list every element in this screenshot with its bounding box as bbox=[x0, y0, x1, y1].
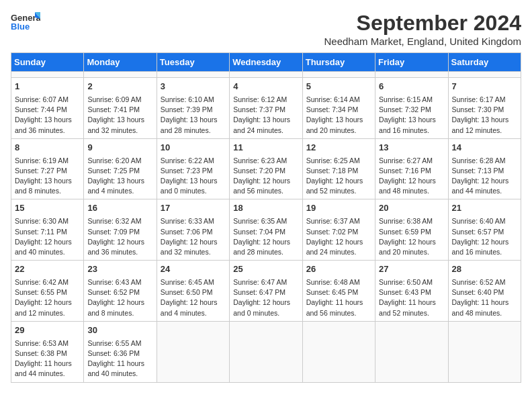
day-number: 28 bbox=[452, 263, 517, 276]
calendar-cell: 29Sunrise: 6:53 AMSunset: 6:38 PMDayligh… bbox=[11, 321, 84, 382]
title-block: September 2024 Needham Market, England, … bbox=[324, 11, 522, 47]
calendar-header: SundayMondayTuesdayWednesdayThursdayFrid… bbox=[11, 53, 521, 72]
daylight-text: Daylight: 12 hours and 48 minutes. bbox=[379, 177, 436, 195]
sunset-text: Sunset: 7:18 PM bbox=[306, 167, 359, 175]
calendar-cell: 2Sunrise: 6:09 AMSunset: 7:41 PMDaylight… bbox=[84, 78, 157, 139]
day-number: 3 bbox=[161, 81, 226, 93]
sunset-text: Sunset: 6:52 PM bbox=[87, 288, 140, 296]
calendar-cell bbox=[230, 321, 302, 382]
day-number: 7 bbox=[452, 81, 517, 93]
calendar-cell: 19Sunrise: 6:37 AMSunset: 7:02 PMDayligh… bbox=[302, 199, 375, 261]
calendar-cell: 12Sunrise: 6:25 AMSunset: 7:18 PMDayligh… bbox=[302, 138, 375, 199]
calendar-cell: 15Sunrise: 6:30 AMSunset: 7:11 PMDayligh… bbox=[11, 199, 84, 261]
sunrise-text: Sunrise: 6:40 AM bbox=[452, 217, 506, 225]
daylight-text: Daylight: 13 hours and 8 minutes. bbox=[15, 177, 72, 195]
page-subtitle: Needham Market, England, United Kingdom bbox=[324, 36, 522, 47]
daylight-text: Daylight: 13 hours and 28 minutes. bbox=[161, 116, 218, 134]
daylight-text: Daylight: 12 hours and 24 minutes. bbox=[306, 238, 363, 256]
sunrise-text: Sunrise: 6:33 AM bbox=[161, 217, 214, 225]
sunrise-text: Sunrise: 6:55 AM bbox=[87, 339, 141, 347]
calendar-cell: 18Sunrise: 6:35 AMSunset: 7:04 PMDayligh… bbox=[230, 199, 302, 261]
sunrise-text: Sunrise: 6:20 AM bbox=[87, 156, 141, 165]
weekday-header: Saturday bbox=[448, 53, 521, 72]
day-number: 9 bbox=[87, 142, 152, 154]
day-number: 5 bbox=[306, 81, 371, 93]
calendar-cell: 11Sunrise: 6:23 AMSunset: 7:20 PMDayligh… bbox=[230, 138, 302, 199]
sunrise-text: Sunrise: 6:15 AM bbox=[379, 95, 433, 103]
daylight-text: Daylight: 13 hours and 16 minutes. bbox=[379, 116, 436, 134]
sunset-text: Sunset: 7:02 PM bbox=[306, 228, 359, 236]
sunrise-text: Sunrise: 6:17 AM bbox=[452, 95, 506, 103]
calendar-week-row bbox=[11, 72, 521, 78]
daylight-text: Daylight: 13 hours and 4 minutes. bbox=[87, 177, 144, 195]
calendar-cell: 22Sunrise: 6:42 AMSunset: 6:55 PMDayligh… bbox=[11, 261, 84, 322]
day-number: 25 bbox=[233, 263, 298, 276]
weekday-header: Wednesday bbox=[230, 53, 302, 72]
daylight-text: Daylight: 12 hours and 20 minutes. bbox=[379, 238, 436, 256]
sunset-text: Sunset: 7:13 PM bbox=[452, 167, 504, 175]
day-number: 2 bbox=[87, 81, 152, 93]
sunrise-text: Sunrise: 6:23 AM bbox=[233, 156, 287, 165]
sunrise-text: Sunrise: 6:09 AM bbox=[87, 95, 141, 103]
logo-icon: General Blue bbox=[11, 11, 40, 35]
sunrise-text: Sunrise: 6:28 AM bbox=[452, 156, 506, 165]
calendar-week-row: 1Sunrise: 6:07 AMSunset: 7:44 PMDaylight… bbox=[11, 78, 521, 139]
day-number: 10 bbox=[161, 142, 226, 154]
daylight-text: Daylight: 12 hours and 32 minutes. bbox=[161, 238, 218, 256]
sunrise-text: Sunrise: 6:45 AM bbox=[161, 278, 214, 286]
calendar-cell: 6Sunrise: 6:15 AMSunset: 7:32 PMDaylight… bbox=[375, 78, 448, 139]
calendar-cell: 20Sunrise: 6:38 AMSunset: 6:59 PMDayligh… bbox=[375, 199, 448, 261]
calendar-cell bbox=[302, 72, 375, 78]
day-number: 8 bbox=[15, 142, 80, 154]
calendar-cell bbox=[448, 72, 521, 78]
daylight-text: Daylight: 13 hours and 32 minutes. bbox=[87, 116, 144, 134]
daylight-text: Daylight: 12 hours and 16 minutes. bbox=[452, 238, 509, 256]
sunset-text: Sunset: 7:37 PM bbox=[233, 105, 285, 113]
sunset-text: Sunset: 6:59 PM bbox=[379, 228, 431, 236]
sunrise-text: Sunrise: 6:07 AM bbox=[15, 95, 69, 103]
calendar-week-row: 15Sunrise: 6:30 AMSunset: 7:11 PMDayligh… bbox=[11, 199, 521, 261]
sunset-text: Sunset: 7:23 PM bbox=[161, 167, 213, 175]
weekday-header: Tuesday bbox=[157, 53, 229, 72]
daylight-text: Daylight: 12 hours and 8 minutes. bbox=[87, 298, 144, 316]
calendar-cell bbox=[11, 72, 84, 78]
sunset-text: Sunset: 7:34 PM bbox=[306, 105, 359, 113]
sunrise-text: Sunrise: 6:42 AM bbox=[15, 278, 69, 286]
sunset-text: Sunset: 7:32 PM bbox=[379, 105, 431, 113]
calendar-cell bbox=[157, 321, 229, 382]
sunset-text: Sunset: 7:06 PM bbox=[161, 228, 213, 236]
day-number: 14 bbox=[452, 142, 517, 154]
calendar-cell: 26Sunrise: 6:48 AMSunset: 6:45 PMDayligh… bbox=[302, 261, 375, 322]
sunrise-text: Sunrise: 6:38 AM bbox=[379, 217, 433, 225]
daylight-text: Daylight: 12 hours and 28 minutes. bbox=[233, 238, 290, 256]
calendar-cell: 5Sunrise: 6:14 AMSunset: 7:34 PMDaylight… bbox=[302, 78, 375, 139]
calendar-week-row: 8Sunrise: 6:19 AMSunset: 7:27 PMDaylight… bbox=[11, 138, 521, 199]
calendar-cell: 7Sunrise: 6:17 AMSunset: 7:30 PMDaylight… bbox=[448, 78, 521, 139]
sunset-text: Sunset: 7:09 PM bbox=[87, 228, 140, 236]
sunset-text: Sunset: 6:36 PM bbox=[87, 349, 140, 357]
calendar-cell: 8Sunrise: 6:19 AMSunset: 7:27 PMDaylight… bbox=[11, 138, 84, 199]
sunset-text: Sunset: 6:40 PM bbox=[452, 288, 504, 296]
calendar-cell: 21Sunrise: 6:40 AMSunset: 6:57 PMDayligh… bbox=[448, 199, 521, 261]
day-number: 6 bbox=[379, 81, 444, 93]
sunset-text: Sunset: 7:44 PM bbox=[15, 105, 67, 113]
calendar-cell bbox=[448, 321, 521, 382]
daylight-text: Daylight: 13 hours and 0 minutes. bbox=[161, 177, 218, 195]
page-title: September 2024 bbox=[324, 11, 522, 36]
page-header: General Blue September 2024 Needham Mark… bbox=[11, 11, 521, 47]
day-number: 16 bbox=[87, 202, 152, 215]
svg-text:Blue: Blue bbox=[11, 21, 30, 32]
calendar-cell: 30Sunrise: 6:55 AMSunset: 6:36 PMDayligh… bbox=[84, 321, 157, 382]
daylight-text: Daylight: 13 hours and 24 minutes. bbox=[233, 116, 290, 134]
day-number: 19 bbox=[306, 202, 371, 215]
sunrise-text: Sunrise: 6:35 AM bbox=[233, 217, 287, 225]
sunrise-text: Sunrise: 6:47 AM bbox=[233, 278, 287, 286]
calendar-cell: 16Sunrise: 6:32 AMSunset: 7:09 PMDayligh… bbox=[84, 199, 157, 261]
sunset-text: Sunset: 6:38 PM bbox=[15, 349, 67, 357]
sunset-text: Sunset: 6:57 PM bbox=[452, 228, 504, 236]
weekday-header: Thursday bbox=[302, 53, 375, 72]
calendar-cell: 28Sunrise: 6:52 AMSunset: 6:40 PMDayligh… bbox=[448, 261, 521, 322]
sunset-text: Sunset: 7:25 PM bbox=[87, 167, 140, 175]
day-number: 30 bbox=[87, 324, 152, 337]
sunrise-text: Sunrise: 6:10 AM bbox=[161, 95, 214, 103]
